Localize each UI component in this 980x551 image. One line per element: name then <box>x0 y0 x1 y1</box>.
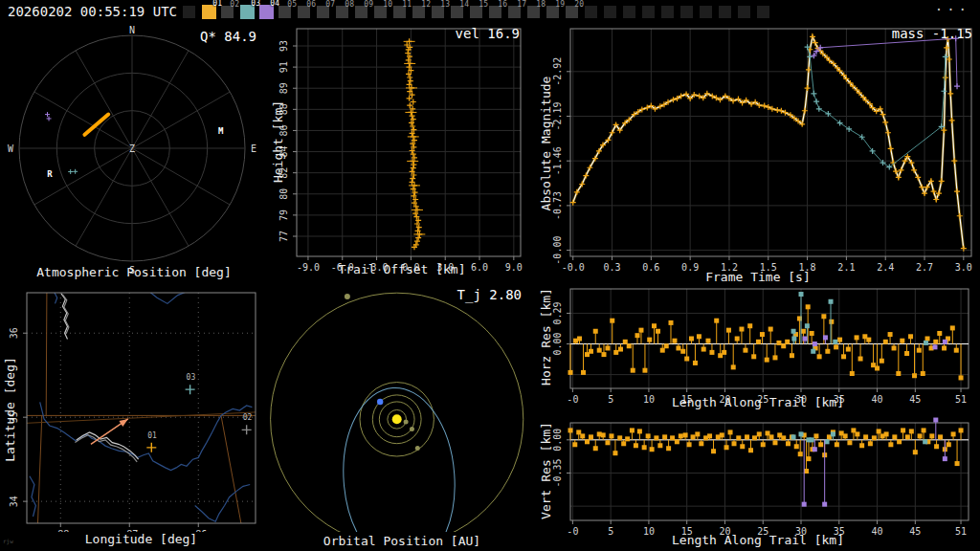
orbit-title: Orbital Position [AU] <box>268 534 536 548</box>
horz-res-axis-label: Horz Res [km] <box>539 288 553 386</box>
station-12-indicator[interactable]: 12 <box>412 6 425 18</box>
station-slot-29-indicator[interactable] <box>738 6 750 18</box>
station-label: 13 <box>440 1 450 9</box>
station-06-indicator[interactable]: 06 <box>298 6 310 18</box>
svg-text:89: 89 <box>278 82 289 94</box>
station-01-indicator[interactable]: 01 <box>202 5 216 19</box>
station-label: 05 <box>287 1 297 9</box>
station-18-indicator[interactable]: 18 <box>527 6 540 18</box>
height-axis-label: Height [km] <box>271 100 285 183</box>
svg-text:01: 01 <box>147 431 157 440</box>
station-label: 20 <box>574 1 584 9</box>
station-11-indicator[interactable]: 11 <box>393 6 406 18</box>
station-13-indicator[interactable]: 13 <box>432 6 444 18</box>
svg-text:02: 02 <box>243 413 253 422</box>
station-label: 17 <box>517 1 526 9</box>
station-slot-27-indicator[interactable] <box>700 6 712 18</box>
station-slot-24-indicator[interactable] <box>642 6 655 18</box>
svg-text:03: 03 <box>187 373 196 382</box>
station-02-indicator[interactable]: 02 <box>221 6 234 18</box>
station-09-indicator[interactable]: 09 <box>355 6 368 18</box>
svg-text:W: W <box>8 143 14 154</box>
svg-text:-2.92: -2.92 <box>552 57 563 86</box>
svg-text:36: 36 <box>9 327 19 339</box>
station-label: 09 <box>364 1 373 9</box>
longitude-axis-label: Longitude [deg] <box>0 532 282 546</box>
svg-text:0.00: 0.00 <box>552 429 563 452</box>
svg-text:34: 34 <box>9 496 19 507</box>
svg-text:-2.19: -2.19 <box>552 101 563 130</box>
magnitude-axis-label: Absolute Magnitude <box>539 77 553 211</box>
q-star-annotation: Q* 84.9 <box>134 29 256 44</box>
station-label: 18 <box>536 1 546 9</box>
station-slot-21-indicator[interactable] <box>585 6 597 18</box>
length-along-trail-label-bottom: Length Along Trail [km] <box>536 533 980 547</box>
station-slot-25-indicator[interactable] <box>661 6 674 18</box>
vert-res-axis-label: Vert Res [km] <box>539 422 553 519</box>
station-label: 15 <box>479 1 488 9</box>
station-16-indicator[interactable]: 16 <box>489 6 501 18</box>
station-label: 12 <box>421 1 431 9</box>
svg-text:0.29: 0.29 <box>552 301 563 324</box>
tisserand-annotation: T_j 2.80 <box>383 287 522 302</box>
orbital-position-plot <box>268 281 536 532</box>
station-19-indicator[interactable]: 19 <box>546 6 559 18</box>
station-slot-23-indicator[interactable] <box>623 6 635 18</box>
svg-text:0.00: 0.00 <box>552 332 563 355</box>
meteor-dashboard: 20260202 00:55:19 UTC 010203040506070809… <box>0 0 980 551</box>
trail-offset-plot: -9.0-6.0-3.00.03.06.09.09391898886848280… <box>268 23 536 283</box>
station-slot-0-indicator[interactable] <box>183 6 195 18</box>
station-17-indicator[interactable]: 17 <box>508 6 521 18</box>
overflow-menu-icon[interactable]: ··· <box>935 2 970 17</box>
velocity-annotation: vel 16.9 <box>368 26 520 41</box>
svg-text:91: 91 <box>278 61 289 73</box>
station-label: 08 <box>345 1 354 9</box>
station-slot-28-indicator[interactable] <box>719 6 731 18</box>
station-label: 14 <box>459 1 469 9</box>
svg-text:M: M <box>218 126 224 136</box>
station-slot-30-indicator[interactable] <box>757 6 769 18</box>
watermark: rjw <box>3 538 13 544</box>
station-10-indicator[interactable]: 10 <box>374 6 387 18</box>
station-14-indicator[interactable]: 14 <box>451 6 463 18</box>
station-label: 07 <box>325 1 335 9</box>
station-label: 06 <box>306 1 316 9</box>
station-07-indicator[interactable]: 07 <box>317 6 329 18</box>
svg-text:-1.46: -1.46 <box>552 146 563 175</box>
vertical-residuals-plot: -051015202530354045510.00-0.35 <box>536 415 980 551</box>
svg-text:80: 80 <box>278 188 289 200</box>
svg-text:93: 93 <box>278 40 289 52</box>
utc-timestamp: 20260202 00:55:19 UTC <box>8 4 177 19</box>
latitude-axis-label: Latitude [deg] <box>3 357 17 462</box>
svg-text:Z: Z <box>129 143 135 154</box>
station-15-indicator[interactable]: 15 <box>470 6 482 18</box>
light-curve-plot: -0.00.30.60.91.21.51.82.12.42.73.0-2.92-… <box>536 23 980 283</box>
frame-time-axis-label: Frame Time [s] <box>536 270 980 284</box>
ground-track-map: 010203-88-87-86363534 <box>0 281 268 532</box>
top-bar: 20260202 00:55:19 UTC 010203040506070809… <box>0 0 980 23</box>
station-04-indicator[interactable]: 04 <box>259 5 274 19</box>
mass-annotation: mass -1.15 <box>785 26 972 41</box>
station-05-indicator[interactable]: 05 <box>278 6 291 18</box>
station-label: 16 <box>498 1 507 9</box>
station-label: 10 <box>383 1 392 9</box>
trail-offset-axis-label: Trail Offset [km] <box>268 262 536 276</box>
station-20-indicator[interactable]: 20 <box>566 6 578 18</box>
station-08-indicator[interactable]: 08 <box>336 6 348 18</box>
svg-text:-0.00: -0.00 <box>552 236 563 265</box>
atmospheric-position-plot: NSWEZMR <box>0 23 268 281</box>
polar-title: Atmospheric Position [deg] <box>0 265 268 279</box>
svg-text:79: 79 <box>278 209 289 221</box>
station-slot-26-indicator[interactable] <box>680 6 693 18</box>
station-slot-22-indicator[interactable] <box>604 6 616 18</box>
station-03-indicator[interactable]: 03 <box>240 5 255 19</box>
station-label: 11 <box>402 1 412 9</box>
svg-text:E: E <box>251 143 256 154</box>
svg-text:-0.35: -0.35 <box>552 458 563 487</box>
length-along-trail-label-top: Length Along Trail [km] <box>536 395 980 409</box>
station-label: 19 <box>555 1 565 9</box>
station-label: 02 <box>230 1 239 9</box>
svg-text:77: 77 <box>278 231 289 242</box>
station-strip: 0102030405060708091011121314151617181920 <box>183 6 776 19</box>
svg-text:R: R <box>47 169 53 179</box>
